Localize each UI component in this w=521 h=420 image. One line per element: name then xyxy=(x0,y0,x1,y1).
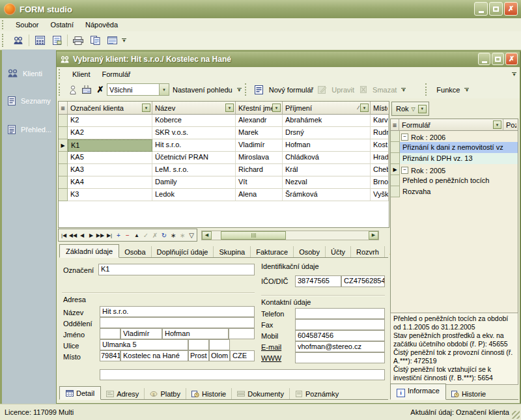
delete-form-button[interactable]: Smazat xyxy=(369,85,400,95)
column-header-prijmeni[interactable]: Příjmení∕▼ xyxy=(283,102,371,115)
cell-code[interactable]: KA3 xyxy=(68,164,152,176)
tree-item-row[interactable]: Rozvaha xyxy=(391,186,518,197)
close-button[interactable]: ✗ xyxy=(504,2,518,16)
cell-first[interactable]: Marek xyxy=(236,127,283,139)
toolbar-overflow-button[interactable]: ▾ xyxy=(236,83,243,96)
grid-row[interactable]: KA2 SKR v.o.s. Marek Drsný Rudr xyxy=(59,127,389,139)
new-form-button-icon[interactable] xyxy=(253,83,265,97)
cell-first[interactable]: Miroslava xyxy=(236,152,283,164)
row-selector[interactable] xyxy=(391,153,400,164)
nav-insert-button[interactable]: + xyxy=(114,232,123,239)
chevron-down-icon[interactable]: ▼ xyxy=(418,105,427,113)
tab-ucty[interactable]: Účty xyxy=(326,246,351,257)
row-selector[interactable] xyxy=(391,131,400,142)
poznamka-field[interactable] xyxy=(100,369,385,380)
mesto-field[interactable]: Kostelec na Hané xyxy=(120,350,188,361)
ulice-field[interactable]: Ulmanka 5 xyxy=(100,339,188,350)
toolbar-grip[interactable] xyxy=(59,83,63,96)
titul-field[interactable] xyxy=(100,328,120,339)
oddeleni-field[interactable] xyxy=(100,317,255,328)
sidebar-item-seznamy[interactable]: Seznamy xyxy=(7,96,51,105)
row-selector-current[interactable]: ▶ xyxy=(391,164,400,175)
cell-last[interactable]: Hofman xyxy=(283,139,371,152)
menu-ostatni[interactable]: Ostatní xyxy=(44,20,79,30)
tree-item-row-selected[interactable]: Přiznání k dani z nemovitostí vz xyxy=(391,142,518,153)
cell-name[interactable]: Účetnictví PRAN xyxy=(152,152,236,164)
view-settings-button[interactable]: Nastavení pohledu xyxy=(169,85,236,95)
row-selector[interactable] xyxy=(391,142,400,153)
menu-overflow-button[interactable]: ▾ xyxy=(511,68,518,81)
menu-klient[interactable]: Klient xyxy=(66,69,96,79)
column-header-misto[interactable]: Místo xyxy=(371,102,389,115)
funkce-button[interactable]: Funkce xyxy=(433,85,463,95)
cell-city[interactable]: Karv xyxy=(371,115,389,127)
calculator-button[interactable] xyxy=(32,33,48,48)
nav-bookmark-button[interactable]: ∗ xyxy=(169,232,178,239)
cell-city[interactable]: Vyšk xyxy=(371,189,389,201)
cell-city[interactable]: Brno xyxy=(371,176,389,189)
tab-historie-info[interactable]: Historie xyxy=(446,388,491,399)
www-link-label[interactable]: WWW xyxy=(261,354,281,362)
tab-historie[interactable]: Historie xyxy=(186,388,232,399)
row-selector[interactable] xyxy=(59,127,68,139)
column-header-krestni[interactable]: Křestní jméno▼ xyxy=(236,102,283,115)
toolbar-grip[interactable] xyxy=(59,69,63,79)
cell-city[interactable]: Rudr xyxy=(371,127,389,139)
column-filter-button[interactable]: ▼ xyxy=(225,104,234,112)
grid-row[interactable]: KA5 Účetnictví PRAN Miroslava Chládková … xyxy=(59,152,389,164)
nav-cancel-button[interactable]: ✗ xyxy=(150,232,160,239)
column-filter-button[interactable]: ▼ xyxy=(493,120,501,129)
grid-horizontal-scrollbar[interactable]: ◀ ▶ xyxy=(201,231,379,240)
tree-group-row[interactable]: −Rok : 2006 xyxy=(391,131,518,142)
toolbar-overflow-button[interactable]: ▾ xyxy=(400,83,407,96)
nav-prior-button[interactable]: ◀ xyxy=(77,232,87,238)
tab-adresy[interactable]: Adresy xyxy=(101,388,145,399)
copy-button[interactable] xyxy=(87,33,103,48)
cell-city[interactable]: Cheb xyxy=(371,164,389,176)
nav-next-page-button[interactable]: ▶▶ xyxy=(96,232,105,238)
cell-name[interactable]: LeM. s.r.o. xyxy=(152,164,236,176)
nav-edit-button[interactable]: ▲ xyxy=(132,232,141,238)
cell-code[interactable]: K1 xyxy=(68,139,152,152)
row-selector-current[interactable]: ▶ xyxy=(59,139,68,152)
nav-goto-bookmark-button[interactable]: ∗ xyxy=(178,232,187,239)
jmeno-field[interactable]: Vladimír xyxy=(120,328,162,339)
tab-osoby[interactable]: Osoby xyxy=(294,246,326,257)
cell-first[interactable]: Alena xyxy=(236,189,283,201)
cell-first[interactable]: Vladimír xyxy=(236,139,283,152)
menu-napoveda[interactable]: Nápověda xyxy=(79,20,124,30)
okres-field[interactable]: Prost xyxy=(188,350,209,361)
cell-city[interactable]: Hrad xyxy=(371,152,389,164)
list-button[interactable] xyxy=(104,33,120,48)
toolbar-grip[interactable] xyxy=(2,34,7,47)
cell-last[interactable]: Abrahámek xyxy=(283,115,371,127)
tab-platby[interactable]: $Platby xyxy=(145,388,186,399)
mobil-field[interactable]: 604587456 xyxy=(295,330,385,341)
www-field[interactable] xyxy=(295,352,385,363)
telefon-field[interactable] xyxy=(295,308,385,319)
tab-detail[interactable]: Detail xyxy=(59,386,101,400)
row-selector[interactable] xyxy=(59,152,68,164)
view-filter-combo[interactable]: Všichni ▼ xyxy=(107,83,169,96)
client-minimize-button[interactable] xyxy=(478,53,490,65)
cell-last[interactable]: Drsný xyxy=(283,127,371,139)
grid-row[interactable]: KA4 Damily Vít Nezval Brno xyxy=(59,176,389,189)
cell-last[interactable]: Nezval xyxy=(283,176,371,189)
tab-rozvrh[interactable]: Rozvrh xyxy=(351,246,385,257)
grid-row[interactable]: KA3 LeM. s.r.o. Richard Král Cheb xyxy=(59,164,389,176)
clients-button[interactable] xyxy=(10,33,26,48)
cell-first[interactable]: Vít xyxy=(236,176,283,189)
cell-name[interactable]: Hit s.r.o. xyxy=(152,139,236,152)
cell-name[interactable]: Ledok xyxy=(152,189,236,201)
cell-code[interactable]: KA4 xyxy=(68,176,152,189)
new-form-button[interactable]: Nový formulář xyxy=(266,85,317,95)
nav-next-button[interactable]: ▶ xyxy=(87,232,96,238)
chevron-down-icon[interactable]: ▼ xyxy=(159,84,169,95)
nav-filter-button[interactable]: ▽ xyxy=(187,232,196,239)
nav-post-button[interactable]: ✓ xyxy=(141,232,150,239)
email-link-label[interactable]: E-mail xyxy=(261,343,281,351)
tab-poznamky[interactable]: Poznámky xyxy=(290,388,344,399)
minimize-button[interactable] xyxy=(474,2,488,16)
scrollbar-thumb[interactable] xyxy=(221,231,286,240)
toolbar-grip[interactable] xyxy=(425,83,430,96)
